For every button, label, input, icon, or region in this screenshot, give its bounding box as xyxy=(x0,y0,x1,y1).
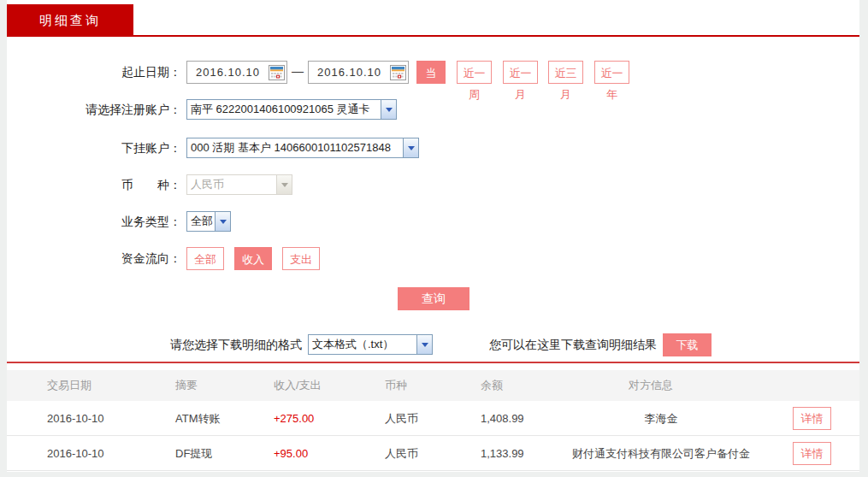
table-top-divider xyxy=(7,362,859,363)
table-row: 2016-10-10 ATM转账 +275.00 人民币 1,408.99 李海… xyxy=(7,401,859,436)
date-to-input[interactable]: 2016.10.10 xyxy=(308,61,409,84)
download-button[interactable]: 下载 xyxy=(663,333,712,356)
fund-flow-label: 资金流向： xyxy=(7,247,181,270)
currency-row: 币 种： 人民币 xyxy=(7,174,859,195)
cell-balance: 1,408.99 xyxy=(481,401,524,436)
table-header-row: 交易日期 摘要 收入/支出 币种 余额 对方信息 xyxy=(7,370,859,401)
header-date: 交易日期 xyxy=(47,370,92,401)
business-type-row: 业务类型： 全部 xyxy=(7,211,859,232)
cell-summary: ATM转账 xyxy=(175,401,220,436)
quick-range-week-button[interactable]: 近一周 xyxy=(457,61,492,84)
download-row: 请您选择下载明细的格式 文本格式（.txt） 您可以在这里下载查询明细结果 下载 xyxy=(7,333,859,356)
calendar-icon[interactable] xyxy=(269,65,285,80)
date-to-value: 2016.10.10 xyxy=(309,66,390,79)
download-format-select[interactable]: 文本格式（.txt） xyxy=(308,334,433,355)
table-row: 2016-10-10 DF提现 +95.00 人民币 1,133.99 财付通支… xyxy=(7,436,859,471)
quick-range-quarter-button[interactable]: 近三月 xyxy=(548,61,583,84)
detail-button[interactable]: 详情 xyxy=(793,442,831,465)
business-type-label: 业务类型： xyxy=(7,211,181,232)
cell-date: 2016-10-10 xyxy=(47,401,104,436)
fund-flow-expense-button[interactable]: 支出 xyxy=(282,247,320,270)
cell-currency: 人民币 xyxy=(385,401,418,436)
download-format-value: 文本格式（.txt） xyxy=(309,337,416,352)
quick-range-today-button[interactable]: 当日 xyxy=(416,61,446,84)
date-range-row: 起止日期： 2016.10.10 — 2016.10.10 xyxy=(7,61,859,84)
cell-counterparty: 财付通支付科技有限公司客户备付金 xyxy=(537,436,785,471)
content-panel: 明细查询 起止日期： 2016.10.10 — 2016.10.10 xyxy=(7,0,859,472)
chevron-down-icon[interactable] xyxy=(416,335,432,354)
header-balance: 余额 xyxy=(481,370,503,401)
cell-currency: 人民币 xyxy=(385,436,418,471)
date-from-value: 2016.10.10 xyxy=(187,66,269,79)
cell-amount: +95.00 xyxy=(274,436,308,471)
fund-flow-row: 资金流向： 全部 收入 支出 xyxy=(7,247,859,270)
fund-flow-income-button[interactable]: 收入 xyxy=(234,247,272,270)
chevron-down-icon[interactable] xyxy=(215,212,230,231)
header-currency: 币种 xyxy=(385,370,407,401)
cell-balance: 1,133.99 xyxy=(481,436,524,471)
calendar-icon[interactable] xyxy=(390,65,406,80)
chevron-down-icon[interactable] xyxy=(381,100,396,119)
date-range-separator: — xyxy=(289,61,306,82)
detail-button[interactable]: 详情 xyxy=(793,407,831,430)
chevron-down-icon[interactable] xyxy=(403,138,418,157)
query-button[interactable]: 查询 xyxy=(398,287,469,310)
date-range-label: 起止日期： xyxy=(7,61,181,84)
header-amount: 收入/支出 xyxy=(274,370,322,401)
tab-detail-query[interactable]: 明细查询 xyxy=(7,4,133,36)
sub-account-select[interactable]: 000 活期 基本户 1406600101102571848 xyxy=(186,138,419,158)
cell-amount: +275.00 xyxy=(274,401,314,436)
chevron-down-icon xyxy=(276,175,292,194)
business-type-value: 全部 xyxy=(187,214,215,229)
sub-account-label: 下挂账户： xyxy=(7,138,181,158)
quick-range-year-button[interactable]: 近一年 xyxy=(594,61,629,84)
registered-account-value: 南平 6222001406100921065 灵通卡 xyxy=(187,102,381,117)
download-format-label: 请您选择下载明细的格式 xyxy=(7,333,302,356)
currency-label: 币 种： xyxy=(7,174,181,195)
cell-counterparty: 李海金 xyxy=(537,401,785,436)
business-type-select[interactable]: 全部 xyxy=(186,211,231,232)
download-hint-text: 您可以在这里下载查询明细结果 xyxy=(479,333,657,356)
currency-value: 人民币 xyxy=(187,177,276,192)
sub-account-row: 下挂账户： 000 活期 基本户 1406600101102571848 xyxy=(7,138,859,158)
date-from-input[interactable]: 2016.10.10 xyxy=(186,61,287,84)
header-counterparty: 对方信息 xyxy=(629,370,673,401)
cell-date: 2016-10-10 xyxy=(47,436,104,471)
sub-account-value: 000 活期 基本户 1406600101102571848 xyxy=(187,140,403,156)
registered-account-label: 请选择注册账户： xyxy=(7,99,181,120)
header-summary: 摘要 xyxy=(175,370,198,401)
tab-underline xyxy=(7,35,859,37)
quick-range-month-button[interactable]: 近一月 xyxy=(503,61,538,84)
fund-flow-all-button[interactable]: 全部 xyxy=(186,247,224,270)
cell-summary: DF提现 xyxy=(175,436,212,471)
currency-select: 人民币 xyxy=(186,174,292,195)
registered-account-select[interactable]: 南平 6222001406100921065 灵通卡 xyxy=(186,99,397,120)
registered-account-row: 请选择注册账户： 南平 6222001406100921065 灵通卡 xyxy=(7,99,859,120)
